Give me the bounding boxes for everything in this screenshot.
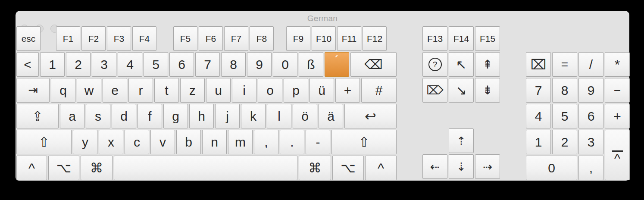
key-f15[interactable]: F15 [475, 26, 500, 51]
key-arrow-up[interactable]: ⇡ [449, 128, 474, 153]
key-l[interactable]: l [267, 104, 291, 128]
key-y[interactable]: y [73, 130, 97, 154]
key-s[interactable]: s [86, 104, 110, 128]
key-numpad-1[interactable]: 1 [526, 130, 551, 154]
key-m[interactable]: m [228, 130, 253, 154]
key-f14[interactable]: F14 [449, 26, 474, 51]
key-shift-left[interactable]: ⇧ [16, 130, 72, 154]
key-p[interactable]: p [284, 78, 308, 103]
key-f5[interactable]: F5 [173, 26, 197, 51]
key-e[interactable]: e [103, 78, 127, 103]
key-x[interactable]: x [99, 130, 123, 154]
key-home[interactable]: ↖ [449, 52, 474, 77]
key-end[interactable]: ↘ [449, 78, 474, 103]
key-f10[interactable]: F10 [312, 26, 336, 51]
key-r[interactable]: r [128, 78, 153, 103]
key-o[interactable]: o [258, 78, 282, 103]
key-numpad-9[interactable]: 9 [578, 78, 603, 103]
key-f3[interactable]: F3 [107, 26, 131, 51]
key-return[interactable]: ↩ [344, 104, 397, 128]
key-comma[interactable]: , [254, 130, 278, 154]
key-numpad-equals[interactable]: = [552, 52, 577, 77]
key-u[interactable]: u [206, 78, 231, 103]
key-option-right[interactable]: ⌥ [332, 156, 364, 180]
key-numpad-plus[interactable]: + [605, 104, 630, 128]
key-2[interactable]: 2 [66, 52, 91, 77]
key-i[interactable]: i [232, 78, 256, 103]
key-0[interactable]: 0 [273, 52, 297, 77]
key-u-umlaut[interactable]: ü [309, 78, 334, 103]
key-f[interactable]: f [138, 104, 162, 128]
key-control-right[interactable]: ^ [365, 156, 397, 180]
key-less-than[interactable]: < [16, 52, 39, 77]
key-numpad-minus[interactable]: − [605, 78, 630, 103]
key-b[interactable]: b [176, 130, 201, 154]
key-o-umlaut[interactable]: ö [293, 104, 317, 128]
key-f2[interactable]: F2 [81, 26, 106, 51]
key-numpad-0[interactable]: 0 [526, 156, 577, 180]
key-eszett[interactable]: ß [299, 52, 323, 77]
key-numpad-6[interactable]: 6 [578, 104, 603, 128]
key-help[interactable]: ? [422, 52, 447, 77]
key-option-left[interactable]: ⌥ [48, 156, 79, 180]
key-t[interactable]: t [154, 78, 179, 103]
key-f6[interactable]: F6 [199, 26, 223, 51]
key-backspace[interactable]: ⌫ [350, 52, 397, 77]
key-q[interactable]: q [51, 78, 75, 103]
key-space[interactable] [114, 156, 297, 180]
key-f7[interactable]: F7 [224, 26, 248, 51]
key-j[interactable]: j [215, 104, 240, 128]
key-f11[interactable]: F11 [337, 26, 361, 51]
key-numpad-3[interactable]: 3 [578, 130, 603, 154]
key-g[interactable]: g [163, 104, 188, 128]
key-numpad-4[interactable]: 4 [526, 104, 551, 128]
key-arrow-right[interactable]: ⇢ [475, 154, 500, 179]
key-caps-lock[interactable]: ⇪ [16, 104, 59, 128]
key-minus[interactable]: - [306, 130, 330, 154]
key-f12[interactable]: F12 [363, 26, 387, 51]
key-k[interactable]: k [241, 104, 266, 128]
key-d[interactable]: d [112, 104, 136, 128]
key-plus[interactable]: + [335, 78, 360, 103]
key-esc[interactable]: esc [16, 26, 41, 51]
key-f9[interactable]: F9 [286, 26, 310, 51]
key-numpad-8[interactable]: 8 [552, 78, 577, 103]
key-h[interactable]: h [189, 104, 214, 128]
key-f4[interactable]: F4 [132, 26, 156, 51]
key-arrow-down[interactable]: ⇣ [449, 154, 474, 179]
key-1[interactable]: 1 [40, 52, 65, 77]
key-numpad-7[interactable]: 7 [526, 78, 551, 103]
key-forward-delete[interactable]: ⌦ [422, 78, 447, 103]
key-numpad-clear[interactable]: ⌧ [526, 52, 551, 77]
key-a-umlaut[interactable]: ä [319, 104, 343, 128]
key-command-left[interactable]: ⌘ [81, 156, 113, 180]
key-c[interactable]: c [125, 130, 149, 154]
key-numpad-multiply[interactable]: * [605, 52, 630, 77]
key-6[interactable]: 6 [169, 52, 194, 77]
key-3[interactable]: 3 [92, 52, 116, 77]
key-f1[interactable]: F1 [56, 26, 80, 51]
key-control-left[interactable]: ^ [16, 156, 47, 180]
key-arrow-left[interactable]: ⇠ [422, 154, 447, 179]
key-7[interactable]: 7 [195, 52, 220, 77]
key-5[interactable]: 5 [144, 52, 168, 77]
key-4[interactable]: 4 [118, 52, 142, 77]
key-numpad-enter[interactable]: ^ [605, 130, 630, 180]
key-numpad-divide[interactable]: / [578, 52, 603, 77]
key-shift-right[interactable]: ⇧ [331, 130, 397, 154]
key-hash[interactable]: # [361, 78, 397, 103]
key-z[interactable]: z [180, 78, 205, 103]
key-n[interactable]: n [202, 130, 227, 154]
key-page-down[interactable]: ⇟ [475, 78, 500, 103]
key-numpad-5[interactable]: 5 [552, 104, 577, 128]
key-a[interactable]: a [60, 104, 84, 128]
key-f13[interactable]: F13 [422, 26, 447, 51]
key-9[interactable]: 9 [247, 52, 272, 77]
key-acute-dead[interactable]: ´ [325, 52, 349, 77]
key-tab[interactable]: ⇥ [16, 78, 50, 103]
key-8[interactable]: 8 [221, 52, 246, 77]
key-numpad-2[interactable]: 2 [552, 130, 577, 154]
key-w[interactable]: w [77, 78, 101, 103]
key-period[interactable]: . [280, 130, 304, 154]
key-f8[interactable]: F8 [250, 26, 274, 51]
